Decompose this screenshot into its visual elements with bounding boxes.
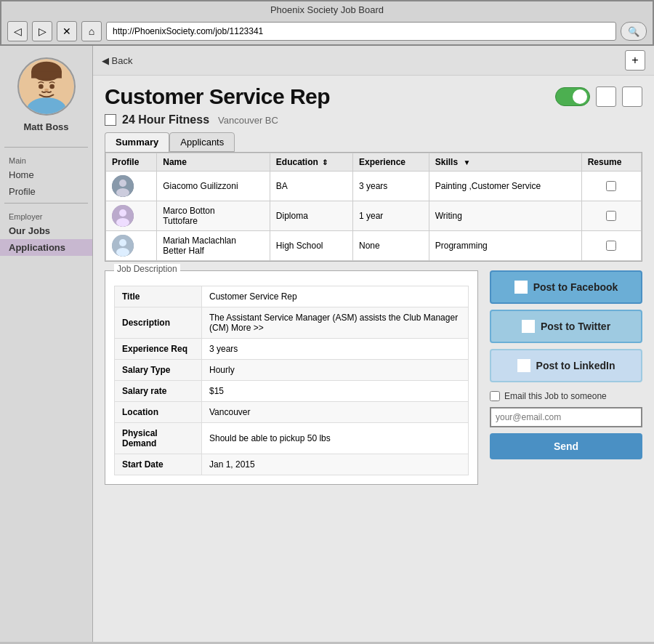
add-button[interactable]: + bbox=[625, 50, 645, 71]
job-header: Customer Service Rep 24 Hour Fitness Van… bbox=[93, 76, 654, 132]
home-nav-button[interactable]: ⌂ bbox=[81, 21, 102, 41]
profile-cell-3 bbox=[106, 231, 157, 261]
post-to-facebook-button[interactable]: Post to Facebook bbox=[490, 270, 642, 304]
svg-point-6 bbox=[44, 89, 49, 92]
company-checkbox[interactable] bbox=[105, 114, 116, 126]
desc-row-experience: Experience Req 3 years bbox=[115, 339, 469, 360]
col-skills[interactable]: Skills ▼ bbox=[429, 153, 581, 172]
education-cell-3: High School bbox=[270, 231, 352, 261]
desc-value-title: Customer Service Rep bbox=[202, 286, 469, 307]
tab-applicants[interactable]: Applicants bbox=[169, 132, 235, 152]
desc-label-salary-type: Salary Type bbox=[115, 360, 202, 381]
sidebar-section-employer: Employer bbox=[0, 212, 42, 221]
col-experience: Experience bbox=[352, 153, 429, 172]
desc-value-location: Vancouver bbox=[202, 402, 469, 423]
col-resume: Resume bbox=[581, 153, 641, 172]
address-bar[interactable] bbox=[106, 22, 616, 41]
desc-label-physical: Physical Demand bbox=[115, 423, 202, 454]
job-title-row: Customer Service Rep bbox=[105, 84, 642, 109]
company-name: 24 Hour Fitness bbox=[122, 113, 209, 126]
tabs: Summary Applicants bbox=[93, 132, 654, 152]
desc-label-experience: Experience Req bbox=[115, 339, 202, 360]
svg-point-14 bbox=[119, 239, 126, 246]
svg-point-8 bbox=[119, 180, 126, 187]
desc-row-title: Title Customer Service Rep bbox=[115, 286, 469, 307]
education-cell-1: BA bbox=[270, 172, 352, 201]
desc-row-start-date: Start Date Jan 1, 2015 bbox=[115, 454, 469, 475]
desc-table: Title Customer Service Rep Description T… bbox=[114, 286, 469, 475]
back-nav-button[interactable]: ◁ bbox=[7, 21, 28, 41]
post-to-twitter-button[interactable]: Post to Twitter bbox=[490, 310, 642, 343]
job-description-box: Job Description Title Customer Service R… bbox=[105, 270, 478, 485]
skills-cell-1: Painting ,Customer Service bbox=[429, 172, 581, 201]
sidebar-section-main: Main bbox=[0, 156, 26, 165]
edit-button[interactable] bbox=[596, 86, 616, 107]
sidebar-item-home[interactable]: Home bbox=[0, 166, 92, 183]
send-button[interactable]: Send bbox=[490, 433, 642, 459]
twitter-label: Post to Twitter bbox=[541, 321, 610, 332]
linkedin-checkbox[interactable] bbox=[517, 359, 530, 372]
svg-point-12 bbox=[116, 218, 129, 227]
close-nav-button[interactable]: ✕ bbox=[57, 21, 77, 41]
sidebar-divider-1 bbox=[4, 147, 87, 148]
resume-checkbox-3[interactable] bbox=[606, 241, 616, 251]
sidebar: Matt Boss Main Home Profile Employer Our… bbox=[0, 46, 93, 642]
svg-point-4 bbox=[39, 84, 44, 89]
applicants-table-section: Profile Name Education ⇕ Experience Skil… bbox=[105, 152, 642, 262]
svg-point-11 bbox=[119, 209, 126, 217]
forward-nav-button[interactable]: ▷ bbox=[32, 21, 52, 41]
company-location: Vancouver BC bbox=[218, 115, 278, 126]
email-input[interactable] bbox=[490, 407, 642, 427]
applicants-table: Profile Name Education ⇕ Experience Skil… bbox=[105, 153, 642, 261]
avatar bbox=[17, 57, 76, 116]
sidebar-item-applications[interactable]: Applications bbox=[0, 239, 92, 256]
col-education[interactable]: Education ⇕ bbox=[270, 153, 352, 172]
skills-cell-2: Writing bbox=[429, 201, 581, 231]
desc-label-start-date: Start Date bbox=[115, 454, 202, 475]
company-row: 24 Hour Fitness Vancouver BC bbox=[105, 113, 642, 126]
browser-window: Phoenix Society Job Board ◁ ▷ ✕ ⌂ 🔍 bbox=[0, 0, 654, 46]
browser-title: Phoenix Society Job Board bbox=[1, 1, 653, 18]
desc-label-salary-rate: Salary rate bbox=[115, 381, 202, 402]
desc-label-location: Location bbox=[115, 402, 202, 423]
svg-point-15 bbox=[116, 248, 129, 257]
browser-toolbar: ◁ ▷ ✕ ⌂ 🔍 bbox=[1, 18, 653, 44]
experience-cell-1: 3 years bbox=[352, 172, 429, 201]
user-name: Matt Boss bbox=[23, 121, 68, 132]
desc-row-salary-rate: Salary rate $15 bbox=[115, 381, 469, 402]
resume-cell-3 bbox=[581, 231, 641, 261]
twitter-checkbox[interactable] bbox=[522, 320, 535, 333]
social-panel: Post to Facebook Post to Twitter Post to… bbox=[490, 270, 642, 485]
name-cell-3: Mariah MaclachlanBetter Half bbox=[157, 231, 270, 261]
table-row: Mariah MaclachlanBetter Half High School… bbox=[106, 231, 642, 261]
desc-value-physical: Should be able to pickup 50 lbs bbox=[202, 423, 469, 454]
svg-point-9 bbox=[116, 188, 129, 197]
resume-cell-1 bbox=[581, 172, 641, 201]
resume-checkbox-1[interactable] bbox=[606, 181, 616, 191]
search-button[interactable]: 🔍 bbox=[621, 22, 647, 41]
email-checkbox[interactable] bbox=[490, 391, 500, 401]
name-cell-2: Marco BottonTuttofare bbox=[157, 201, 270, 231]
resume-checkbox-2[interactable] bbox=[606, 211, 616, 221]
bottom-section: Job Description Title Customer Service R… bbox=[105, 270, 642, 485]
sidebar-item-profile[interactable]: Profile bbox=[0, 183, 92, 200]
svg-point-5 bbox=[49, 84, 54, 89]
sidebar-item-our-jobs[interactable]: Our Jobs bbox=[0, 222, 92, 239]
desc-value-salary-type: Hourly bbox=[202, 360, 469, 381]
job-title: Customer Service Rep bbox=[105, 84, 330, 109]
desc-value-description: The Assistant Service Manager (ASM) assi… bbox=[202, 307, 469, 339]
avatar-2 bbox=[112, 205, 134, 227]
table-row: Giacomo Guilizzoni BA 3 years Painting ,… bbox=[106, 172, 642, 201]
svg-rect-2 bbox=[31, 71, 62, 79]
delete-button[interactable] bbox=[622, 86, 642, 107]
col-name: Name bbox=[157, 153, 270, 172]
tab-summary[interactable]: Summary bbox=[105, 132, 169, 152]
active-toggle[interactable] bbox=[555, 87, 590, 106]
back-button[interactable]: ◀ Back bbox=[102, 55, 133, 66]
resume-cell-2 bbox=[581, 201, 641, 231]
post-to-linkedin-button[interactable]: Post to LinkedIn bbox=[490, 349, 642, 382]
skills-dropdown-icon: ▼ bbox=[463, 158, 470, 166]
facebook-checkbox[interactable] bbox=[514, 281, 528, 294]
job-desc-legend: Job Description bbox=[114, 264, 180, 274]
avatar-1 bbox=[112, 175, 134, 197]
